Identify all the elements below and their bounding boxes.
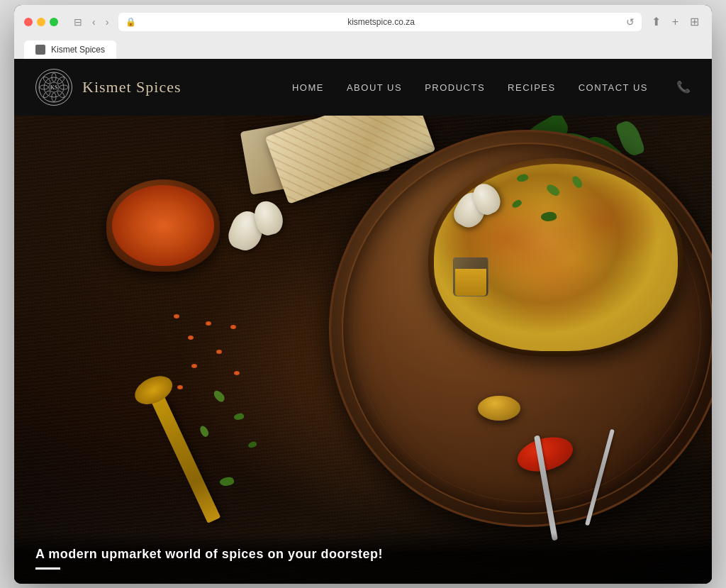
tab-favicon — [35, 45, 45, 55]
browser-chrome: ⊟ ‹ › 🔒 kismetspice.co.za ↺ ⬆ + ⊞ Kismet… — [14, 5, 712, 59]
sidebar-toggle-button[interactable]: ⊟ — [71, 15, 85, 29]
lentil-2 — [188, 335, 194, 340]
active-tab[interactable]: Kismet Spices — [24, 40, 116, 59]
lentil-4 — [216, 350, 222, 354]
nav-about[interactable]: ABOUT US — [347, 82, 402, 93]
address-bar[interactable]: 🔒 kismetspice.co.za ↺ — [118, 13, 641, 31]
forward-button[interactable]: › — [103, 15, 112, 29]
lentil-7 — [177, 385, 183, 389]
refresh-button[interactable]: ↺ — [626, 16, 635, 28]
browser-window: ⊟ ‹ › 🔒 kismetspice.co.za ↺ ⬆ + ⊞ Kismet… — [14, 5, 712, 584]
brand-name: Kismet Spices — [82, 78, 182, 96]
new-tab-button[interactable]: + — [669, 14, 681, 30]
url-text: kismetspice.co.za — [140, 17, 621, 27]
lentil-3 — [174, 314, 179, 318]
website-content: KS Kismet Spices HOME ABOUT US PRODUCTS … — [14, 59, 712, 584]
svg-text:KS: KS — [50, 84, 58, 91]
tagline-underline — [35, 567, 60, 570]
lentil-6 — [234, 371, 240, 375]
spice-jar — [453, 257, 492, 304]
hero-image — [14, 116, 712, 584]
lentil-8 — [230, 325, 236, 329]
tab-label: Kismet Spices — [51, 45, 105, 55]
share-button[interactable]: ⬆ — [649, 13, 664, 30]
maximize-button[interactable] — [50, 18, 58, 26]
navbar: KS Kismet Spices HOME ABOUT US PRODUCTS … — [14, 59, 712, 116]
phone-icon[interactable]: 📞 — [676, 81, 691, 93]
close-button[interactable] — [24, 18, 33, 26]
browser-actions: ⬆ + ⊞ — [649, 13, 702, 30]
security-icon: 🔒 — [125, 17, 136, 27]
nav-links: HOME ABOUT US PRODUCTS RECIPES CONTACT U… — [292, 80, 691, 94]
browser-controls: ⊟ ‹ › — [71, 15, 111, 29]
nav-home[interactable]: HOME — [292, 82, 324, 93]
lentil-bowl — [106, 179, 220, 272]
hero-tagline-area: A modern upmarket world of spices on you… — [14, 533, 712, 584]
lentil-1 — [206, 321, 211, 326]
tagline-text: A modern upmarket world of spices on you… — [35, 547, 691, 562]
hero-section: A modern upmarket world of spices on you… — [14, 116, 712, 584]
lentil-5 — [191, 364, 197, 368]
nav-products[interactable]: PRODUCTS — [425, 82, 485, 93]
nav-contact[interactable]: CONTACT US — [579, 82, 648, 93]
logo-area: KS Kismet Spices — [35, 69, 182, 106]
traffic-lights — [24, 18, 58, 26]
nav-recipes[interactable]: RECIPES — [508, 82, 556, 93]
extensions-button[interactable]: ⊞ — [687, 13, 702, 30]
spice-turmeric — [478, 396, 520, 421]
logo-emblem: KS — [35, 69, 72, 106]
browser-tabs: Kismet Spices — [24, 38, 702, 59]
back-button[interactable]: ‹ — [89, 15, 99, 29]
minimize-button[interactable] — [37, 18, 45, 26]
